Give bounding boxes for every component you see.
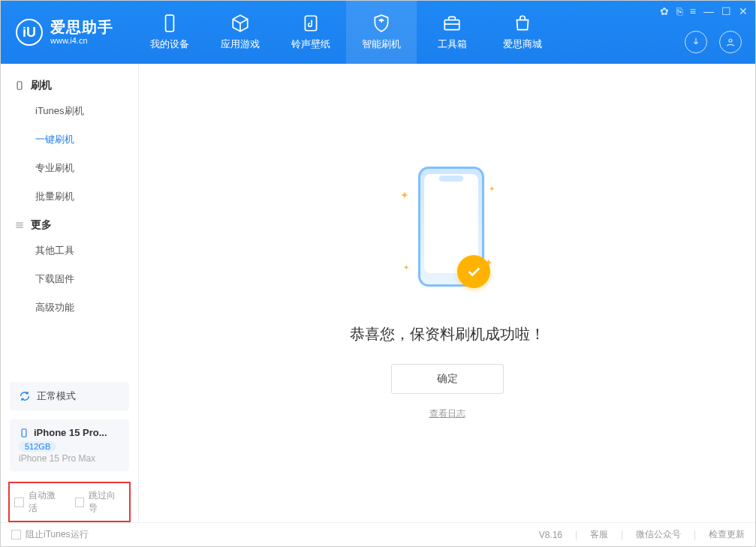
checkbox-skip-wizard[interactable]: 跳过向导 bbox=[75, 489, 125, 515]
separator bbox=[622, 530, 622, 539]
footer-link-support[interactable]: 客服 bbox=[590, 528, 608, 541]
menu-icon[interactable]: ≡ bbox=[690, 5, 696, 17]
footer-link-wechat[interactable]: 微信公众号 bbox=[636, 528, 681, 541]
device-name: iPhone 15 Pro... bbox=[34, 427, 107, 438]
sidebar: 刷机 iTunes刷机 一键刷机 专业刷机 批量刷机 更多 其他工具 下载固件 … bbox=[1, 64, 139, 522]
refresh-icon bbox=[19, 390, 31, 402]
device-name-row: iPhone 15 Pro... bbox=[19, 427, 120, 438]
header-right-buttons bbox=[685, 31, 742, 53]
success-illustration: ✦ ✦ ✦ ✦ bbox=[399, 167, 496, 302]
sidebar-item-batch-flash[interactable]: 批量刷机 bbox=[1, 182, 138, 211]
ok-button[interactable]: 确定 bbox=[391, 364, 504, 394]
checkbox-label: 自动激活 bbox=[29, 489, 65, 515]
skin-icon[interactable]: ✿ bbox=[660, 5, 669, 17]
toolbox-icon bbox=[442, 14, 462, 33]
app-name: 爱思助手 bbox=[50, 19, 113, 36]
sidebar-item-pro-flash[interactable]: 专业刷机 bbox=[1, 154, 138, 182]
svg-rect-1 bbox=[305, 16, 316, 31]
nav-label: 应用游戏 bbox=[221, 38, 260, 51]
checkbox-label: 跳过向导 bbox=[89, 489, 125, 515]
title-bar-controls: ✿ ⎘ ≡ — ☐ ✕ bbox=[660, 5, 748, 17]
sparkle-icon: ✦ bbox=[403, 263, 409, 272]
checkbox-icon bbox=[75, 497, 85, 507]
app-window: iU 爱思助手 www.i4.cn 我的设备 应用游戏 铃声壁纸 智能刷机 bbox=[0, 0, 756, 547]
logo-text: 爱思助手 www.i4.cn bbox=[50, 19, 113, 46]
success-message: 恭喜您，保资料刷机成功啦！ bbox=[350, 324, 545, 344]
version-label: V8.16 bbox=[539, 530, 562, 540]
success-check-icon bbox=[457, 255, 490, 288]
feedback-icon[interactable]: ⎘ bbox=[676, 5, 682, 17]
sidebar-item-advanced[interactable]: 高级功能 bbox=[1, 293, 138, 322]
svg-point-3 bbox=[729, 39, 732, 42]
bag-icon bbox=[513, 14, 532, 33]
more-icon bbox=[14, 220, 25, 230]
app-url: www.i4.cn bbox=[50, 36, 113, 46]
phone-icon bbox=[19, 428, 29, 438]
nav-label: 我的设备 bbox=[150, 38, 189, 51]
footer: 阻止iTunes运行 V8.16 客服 微信公众号 检查更新 bbox=[1, 522, 755, 546]
user-button[interactable] bbox=[719, 31, 742, 53]
sidebar-item-download-firmware[interactable]: 下载固件 bbox=[1, 265, 138, 293]
checkbox-icon bbox=[11, 530, 21, 539]
sidebar-group-more[interactable]: 更多 bbox=[1, 211, 138, 236]
nav-label: 工具箱 bbox=[438, 38, 467, 51]
logo-icon: iU bbox=[16, 19, 43, 46]
view-log-link[interactable]: 查看日志 bbox=[429, 407, 465, 420]
sparkle-icon: ✦ bbox=[489, 185, 495, 193]
checkbox-block-itunes[interactable]: 阻止iTunes运行 bbox=[11, 528, 89, 541]
group-title: 刷机 bbox=[31, 79, 52, 92]
group-title: 更多 bbox=[31, 218, 52, 232]
phone-notch bbox=[439, 176, 463, 182]
shield-icon bbox=[372, 14, 391, 33]
device-icon bbox=[14, 80, 25, 91]
sidebar-item-oneclick-flash[interactable]: 一键刷机 bbox=[1, 125, 138, 154]
storage-badge: 512GB bbox=[19, 441, 56, 452]
footer-link-update[interactable]: 检查更新 bbox=[709, 528, 745, 541]
top-nav: 我的设备 应用游戏 铃声壁纸 智能刷机 工具箱 爱思商城 bbox=[134, 1, 558, 64]
minimize-icon[interactable]: — bbox=[703, 5, 714, 17]
checkbox-auto-activate[interactable]: 自动激活 bbox=[14, 489, 65, 515]
nav-my-device[interactable]: 我的设备 bbox=[134, 1, 205, 64]
svg-rect-2 bbox=[444, 20, 459, 30]
nav-store[interactable]: 爱思商城 bbox=[487, 1, 558, 64]
checkbox-icon bbox=[14, 497, 24, 507]
nav-smart-flash[interactable]: 智能刷机 bbox=[346, 1, 417, 64]
nav-label: 铃声壁纸 bbox=[291, 38, 330, 51]
logo-block: iU 爱思助手 www.i4.cn bbox=[1, 1, 127, 64]
svg-rect-8 bbox=[22, 428, 26, 437]
mode-label: 正常模式 bbox=[37, 389, 76, 403]
nav-apps-games[interactable]: 应用游戏 bbox=[205, 1, 276, 64]
download-button[interactable] bbox=[685, 31, 707, 53]
nav-toolbox[interactable]: 工具箱 bbox=[417, 1, 487, 64]
sidebar-group-flash[interactable]: 刷机 bbox=[1, 71, 138, 97]
svg-rect-0 bbox=[166, 15, 174, 32]
header: iU 爱思助手 www.i4.cn 我的设备 应用游戏 铃声壁纸 智能刷机 bbox=[1, 1, 755, 64]
maximize-icon[interactable]: ☐ bbox=[721, 5, 731, 17]
separator bbox=[576, 530, 577, 539]
separator bbox=[694, 530, 695, 539]
sparkle-icon: ✦ bbox=[400, 189, 409, 201]
device-card[interactable]: iPhone 15 Pro... 512GB iPhone 15 Pro Max bbox=[10, 419, 129, 471]
device-model: iPhone 15 Pro Max bbox=[19, 453, 120, 464]
music-icon bbox=[301, 14, 321, 33]
device-mode-card[interactable]: 正常模式 bbox=[10, 382, 129, 410]
nav-label: 智能刷机 bbox=[362, 38, 401, 51]
phone-icon bbox=[160, 14, 179, 33]
cube-icon bbox=[230, 14, 250, 33]
highlight-checkbox-box: 自动激活 跳过向导 bbox=[8, 482, 131, 522]
sidebar-item-other-tools[interactable]: 其他工具 bbox=[1, 236, 138, 265]
svg-rect-4 bbox=[17, 82, 22, 90]
checkbox-label: 阻止iTunes运行 bbox=[26, 528, 89, 541]
close-icon[interactable]: ✕ bbox=[739, 5, 748, 17]
sidebar-item-itunes-flash[interactable]: iTunes刷机 bbox=[1, 97, 138, 125]
body: 刷机 iTunes刷机 一键刷机 专业刷机 批量刷机 更多 其他工具 下载固件 … bbox=[1, 64, 755, 522]
nav-ringtone-wallpaper[interactable]: 铃声壁纸 bbox=[276, 1, 346, 64]
nav-label: 爱思商城 bbox=[503, 38, 542, 51]
spacer bbox=[1, 322, 138, 377]
main-content: ✦ ✦ ✦ ✦ 恭喜您，保资料刷机成功啦！ 确定 查看日志 bbox=[139, 64, 755, 522]
